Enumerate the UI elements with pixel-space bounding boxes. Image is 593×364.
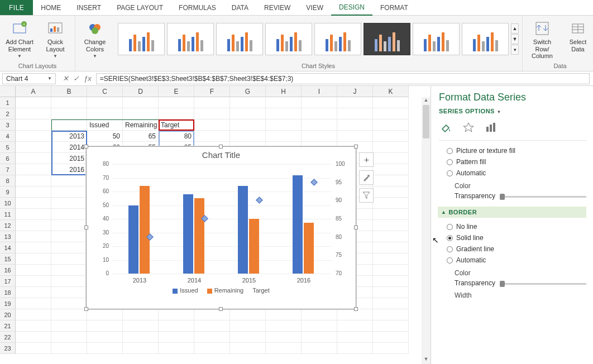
cell[interactable]: [337, 131, 373, 142]
chart-style-7[interactable]: [413, 23, 460, 55]
cell[interactable]: [16, 198, 51, 209]
cell[interactable]: [230, 320, 266, 332]
cell[interactable]: [51, 343, 87, 354]
cell-C4[interactable]: 50: [87, 131, 123, 142]
tab-data[interactable]: DATA: [224, 0, 256, 15]
row-header-16[interactable]: 16: [0, 265, 16, 276]
cell[interactable]: [302, 119, 337, 131]
row-header-5[interactable]: 5: [0, 142, 16, 153]
row-header-15[interactable]: 15: [0, 253, 16, 265]
cell[interactable]: [51, 119, 87, 131]
cell[interactable]: [16, 108, 51, 119]
add-chart-element-button[interactable]: + Add Chart Element ▼: [3, 17, 36, 61]
cell[interactable]: [230, 332, 266, 343]
cell[interactable]: [373, 153, 409, 164]
cell[interactable]: [51, 231, 87, 242]
cell-B5[interactable]: 2014: [51, 142, 87, 153]
select-all-corner[interactable]: [0, 86, 16, 97]
tab-formulas[interactable]: FORMULAS: [171, 0, 224, 15]
cell[interactable]: [373, 131, 409, 142]
cell[interactable]: [302, 320, 337, 332]
cell[interactable]: [159, 320, 194, 332]
cell[interactable]: [194, 119, 230, 131]
cell[interactable]: [373, 220, 409, 231]
bar-group[interactable]: [237, 164, 261, 274]
col-header-D[interactable]: D: [123, 86, 159, 97]
cell[interactable]: [194, 108, 230, 119]
chart-style-3[interactable]: [216, 23, 263, 55]
cell[interactable]: [373, 265, 409, 276]
row-header-12[interactable]: 12: [0, 220, 16, 231]
cell[interactable]: [123, 343, 159, 354]
cell[interactable]: [123, 309, 159, 320]
tab-home[interactable]: HOME: [33, 0, 69, 15]
cell[interactable]: [266, 97, 302, 108]
scroll-up-icon[interactable]: ▲: [422, 97, 431, 105]
cell[interactable]: [194, 309, 230, 320]
cell[interactable]: [302, 343, 337, 354]
col-header-C[interactable]: C: [87, 86, 123, 97]
cell[interactable]: [16, 242, 51, 253]
cell[interactable]: [87, 343, 123, 354]
tab-review[interactable]: REVIEW: [256, 0, 298, 15]
cell[interactable]: [373, 164, 409, 175]
row-header-10[interactable]: 10: [0, 198, 16, 209]
cell[interactable]: [302, 131, 337, 142]
cell-B7[interactable]: 2016: [51, 164, 87, 175]
name-box[interactable]: Chart 4 ▼: [2, 73, 56, 84]
cell[interactable]: [266, 343, 302, 354]
cell[interactable]: [51, 298, 87, 309]
tab-design[interactable]: DESIGN: [331, 0, 372, 16]
tab-insert[interactable]: INSERT: [69, 0, 109, 15]
cell[interactable]: [16, 220, 51, 231]
border-none-radio[interactable]: No line: [439, 221, 586, 232]
cell[interactable]: [194, 320, 230, 332]
chart-styles-button[interactable]: [359, 170, 374, 185]
select-data-button[interactable]: Select Data: [562, 17, 593, 61]
change-colors-button[interactable]: Change Colors ▼: [79, 17, 111, 61]
cell[interactable]: [159, 343, 194, 354]
cell[interactable]: [337, 343, 373, 354]
fill-automatic-radio[interactable]: Automatic: [439, 167, 586, 179]
cell[interactable]: [373, 298, 409, 309]
col-header-B[interactable]: B: [51, 86, 87, 97]
chart-style-6[interactable]: [364, 23, 410, 55]
row-header-2[interactable]: 2: [0, 108, 16, 119]
cancel-icon[interactable]: ✕: [63, 74, 69, 83]
cell[interactable]: [266, 309, 302, 320]
cell[interactable]: [373, 253, 409, 265]
row-header-3[interactable]: 3: [0, 119, 16, 131]
col-header-H[interactable]: H: [266, 86, 302, 97]
styles-scroll-down[interactable]: ▼: [511, 34, 519, 44]
cell[interactable]: [230, 97, 266, 108]
cell-C3[interactable]: Issued: [87, 119, 123, 131]
cell[interactable]: [337, 332, 373, 343]
cell[interactable]: [16, 276, 51, 287]
cell[interactable]: [16, 131, 51, 142]
row-header-18[interactable]: 18: [0, 287, 16, 298]
row-header-22[interactable]: 22: [0, 332, 16, 343]
cell[interactable]: [159, 97, 194, 108]
cell[interactable]: [266, 320, 302, 332]
cell[interactable]: [266, 131, 302, 142]
tab-format[interactable]: FORMAT: [372, 0, 416, 15]
switch-row-column-button[interactable]: Switch Row/ Column: [526, 17, 558, 61]
cell[interactable]: [16, 153, 51, 164]
cell[interactable]: [302, 108, 337, 119]
col-header-J[interactable]: J: [337, 86, 373, 97]
chart-legend[interactable]: Issued Remaining Target: [87, 285, 356, 297]
cell[interactable]: [51, 97, 87, 108]
border-transparency-slider[interactable]: [500, 283, 586, 285]
worksheet[interactable]: ABCDEFGHIJK 1234567891011121314151617181…: [0, 86, 431, 364]
cell[interactable]: [373, 309, 409, 320]
cell[interactable]: [16, 287, 51, 298]
border-automatic-radio[interactable]: Automatic: [439, 255, 586, 266]
row-header-17[interactable]: 17: [0, 276, 16, 287]
cell[interactable]: [337, 309, 373, 320]
cell[interactable]: [16, 231, 51, 242]
cell[interactable]: [87, 309, 123, 320]
col-header-I[interactable]: I: [302, 86, 337, 97]
cell[interactable]: [373, 242, 409, 253]
row-header-9[interactable]: 9: [0, 186, 16, 198]
chart-style-1[interactable]: [118, 23, 165, 55]
